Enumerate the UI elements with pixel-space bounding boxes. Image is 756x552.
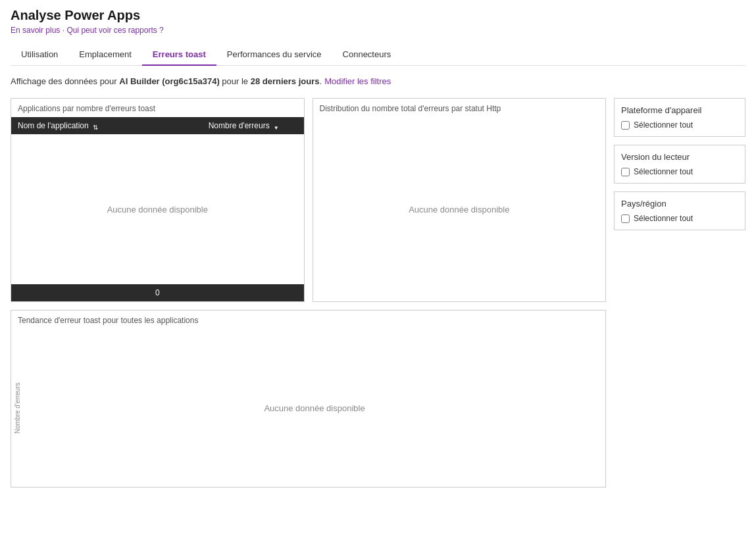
tab-emplacement[interactable]: Emplacement bbox=[68, 44, 141, 66]
subtitle: En savoir plus · Qui peut voir ces rappo… bbox=[11, 26, 745, 35]
app-errors-table-footer: 0 bbox=[11, 284, 304, 301]
y-axis-label: Nombre d'erreurs bbox=[11, 329, 24, 487]
player-version-select-all-row: Sélectionner tout bbox=[621, 167, 738, 176]
player-version-filter: Version du lecteur Sélectionner tout bbox=[614, 145, 745, 184]
app-errors-panel-title: Applications par nombre d'erreurs toast bbox=[11, 99, 304, 117]
country-region-title: Pays/région bbox=[621, 199, 738, 209]
app-errors-panel: Applications par nombre d'erreurs toast … bbox=[11, 98, 305, 302]
app-errors-table-header: Nom de l'application Nombre d'erreurs bbox=[11, 117, 304, 134]
top-panels-row: Applications par nombre d'erreurs toast … bbox=[11, 98, 606, 302]
player-version-title: Version du lecteur bbox=[621, 152, 738, 162]
page-title: Analyse Power Apps bbox=[11, 8, 745, 23]
modify-filters-link[interactable]: Modifier les filtres bbox=[324, 76, 391, 86]
right-column: Plateforme d'appareil Sélectionner tout … bbox=[614, 98, 745, 230]
device-platform-select-all-row: Sélectionner tout bbox=[621, 120, 738, 130]
device-platform-filter: Plateforme d'appareil Sélectionner tout bbox=[614, 98, 745, 137]
tab-connecteurs[interactable]: Connecteurs bbox=[332, 44, 402, 66]
who-can-view-link[interactable]: Qui peut voir ces rapports ? bbox=[66, 26, 163, 35]
col-app-name[interactable]: Nom de l'application bbox=[11, 117, 202, 134]
toast-trend-title: Tendance d'erreur toast pour toutes les … bbox=[11, 311, 605, 329]
toast-trend-panel: Tendance d'erreur toast pour toutes les … bbox=[11, 310, 606, 488]
country-region-select-all-row: Sélectionner tout bbox=[621, 214, 738, 223]
sort-icon bbox=[93, 122, 99, 129]
toast-trend-no-data: Aucune donnée disponible bbox=[24, 390, 605, 426]
device-platform-select-all-label: Sélectionner tout bbox=[634, 120, 693, 130]
col-error-count[interactable]: Nombre d'erreurs bbox=[202, 117, 304, 134]
tabs-bar: Utilisation Emplacement Erreurs toast Pe… bbox=[11, 44, 745, 66]
tab-erreurs-toast[interactable]: Erreurs toast bbox=[142, 44, 216, 66]
filter-bar: Affichage des données pour AI Builder (o… bbox=[11, 76, 745, 86]
tab-utilisation[interactable]: Utilisation bbox=[11, 44, 68, 66]
learn-more-link[interactable]: En savoir plus bbox=[11, 26, 60, 35]
country-region-checkbox[interactable] bbox=[621, 214, 630, 223]
player-version-checkbox[interactable] bbox=[621, 168, 630, 176]
country-region-select-all-label: Sélectionner tout bbox=[634, 214, 693, 223]
country-region-filter: Pays/région Sélectionner tout bbox=[614, 191, 745, 230]
filter-icon bbox=[274, 122, 280, 129]
http-distribution-no-data: Aucune donnée disponible bbox=[313, 117, 606, 301]
main-layout: Applications par nombre d'erreurs toast … bbox=[11, 98, 745, 488]
player-version-select-all-label: Sélectionner tout bbox=[634, 167, 693, 176]
device-platform-checkbox[interactable] bbox=[621, 121, 630, 130]
http-distribution-title: Distribution du nombre total d'erreurs p… bbox=[313, 99, 606, 117]
app-errors-no-data: Aucune donnée disponible bbox=[11, 134, 304, 284]
device-platform-title: Plateforme d'appareil bbox=[621, 105, 738, 115]
tab-performances[interactable]: Performances du service bbox=[216, 44, 332, 66]
left-column: Applications par nombre d'erreurs toast … bbox=[11, 98, 606, 488]
http-distribution-panel: Distribution du nombre total d'erreurs p… bbox=[313, 98, 607, 302]
